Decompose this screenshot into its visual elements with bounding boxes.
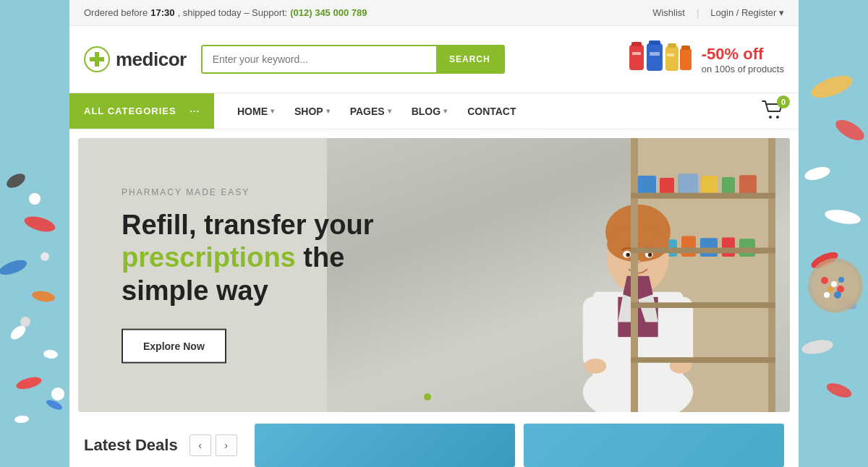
hero-banner: PHARMACY MADE EASY Refill, transfer your…	[78, 138, 790, 412]
svg-point-11	[20, 317, 30, 327]
latest-deals-section: Latest Deals ‹ ›	[69, 412, 799, 467]
svg-point-18	[835, 296, 859, 311]
top-bar-actions: Wishlist | Login / Register ▾	[652, 7, 784, 18]
shipped-text: , shipped today – Support:	[177, 7, 287, 18]
svg-point-20	[825, 380, 853, 400]
svg-point-7	[45, 398, 64, 411]
hero-title-line1: Refill, transfer your	[122, 209, 373, 239]
svg-rect-76	[631, 138, 638, 412]
wishlist-link[interactable]: Wishlist	[652, 7, 685, 18]
hero-dot-1[interactable]	[424, 393, 431, 400]
svg-rect-43	[681, 46, 690, 50]
svg-point-0	[4, 171, 27, 191]
search-bar: SEARCH	[201, 45, 505, 74]
svg-rect-32	[90, 57, 104, 61]
all-categories-label: ALL CATEGORIES	[84, 106, 176, 116]
svg-point-4	[8, 323, 27, 342]
deals-next-button[interactable]: ›	[216, 434, 237, 456]
svg-rect-79	[631, 248, 775, 254]
chevron-down-icon: ▾	[779, 7, 784, 18]
chevron-down-icon: ▾	[388, 107, 391, 115]
svg-point-13	[809, 71, 856, 102]
deals-navigation: ‹ ›	[190, 434, 237, 456]
site-header: medicor SEARCH	[69, 26, 799, 93]
svg-rect-40	[668, 43, 676, 48]
promo-bottles-icon	[628, 38, 693, 81]
svg-point-8	[14, 415, 30, 424]
order-notice-text: Ordered before	[84, 7, 148, 18]
svg-rect-41	[667, 53, 674, 56]
nav-item-home[interactable]: HOME ▾	[229, 93, 283, 129]
deals-prev-button[interactable]: ‹	[190, 434, 211, 456]
svg-point-10	[41, 252, 49, 261]
svg-point-23	[821, 277, 828, 284]
svg-rect-35	[632, 52, 641, 55]
hero-title-green: prescriptions	[122, 242, 296, 273]
cart-area[interactable]: 0	[761, 93, 799, 129]
svg-point-5	[43, 349, 59, 359]
svg-point-2	[0, 257, 29, 278]
logo[interactable]: medicor	[84, 46, 187, 72]
promo-text: -50% off on 100s of products	[702, 45, 784, 74]
svg-point-9	[29, 193, 41, 205]
svg-rect-61	[583, 297, 608, 367]
cutoff-time: 17:30	[150, 7, 174, 18]
top-bar: Ordered before 17:30 , shipped today – S…	[69, 0, 799, 26]
login-register-link[interactable]: Login / Register ▾	[710, 7, 784, 18]
svg-point-25	[838, 277, 844, 283]
svg-point-17	[809, 249, 840, 271]
svg-rect-38	[650, 52, 660, 56]
nav-item-contact[interactable]: CONTACT	[459, 93, 524, 129]
svg-point-24	[831, 281, 837, 287]
svg-point-29	[834, 291, 841, 299]
search-input[interactable]	[203, 46, 436, 72]
deals-cards	[255, 424, 784, 467]
nav-item-shop[interactable]: SHOP ▾	[286, 93, 339, 129]
svg-point-44	[769, 116, 772, 119]
top-bar-notice: Ordered before 17:30 , shipped today – S…	[84, 7, 367, 18]
logo-text: medicor	[116, 48, 187, 71]
svg-point-28	[824, 292, 830, 298]
explore-now-button[interactable]: Explore Now	[122, 329, 226, 364]
svg-point-12	[51, 387, 64, 400]
svg-rect-78	[631, 193, 775, 199]
cart-button[interactable]: 0	[761, 100, 784, 123]
svg-point-16	[824, 207, 861, 226]
chevron-down-icon: ▾	[271, 107, 274, 115]
svg-point-15	[804, 165, 832, 183]
svg-point-74	[584, 359, 606, 374]
svg-point-26	[827, 286, 833, 292]
promo-discount: -50% off	[702, 45, 784, 64]
svg-point-21	[808, 258, 863, 313]
cart-count: 0	[777, 95, 790, 108]
nav-item-blog[interactable]: BLOG ▾	[403, 93, 456, 129]
svg-point-6	[15, 375, 43, 392]
svg-point-14	[833, 116, 867, 144]
hero-image	[327, 138, 790, 412]
svg-rect-39	[665, 46, 678, 71]
chevron-down-icon: ▾	[443, 107, 447, 115]
svg-rect-34	[631, 42, 642, 46]
svg-point-3	[31, 289, 56, 303]
chevron-down-icon: ▾	[326, 107, 330, 115]
svg-rect-42	[680, 48, 692, 70]
deal-card-1[interactable]	[255, 424, 515, 467]
promo-image	[628, 38, 693, 81]
all-categories-button[interactable]: ALL CATEGORIES ···	[69, 93, 214, 129]
divider: |	[697, 7, 699, 18]
logo-icon	[84, 46, 110, 72]
svg-rect-36	[647, 43, 663, 71]
nav-item-pages[interactable]: PAGES ▾	[341, 93, 400, 129]
svg-rect-77	[768, 138, 775, 412]
deal-card-2[interactable]	[524, 424, 784, 467]
hero-dots	[424, 393, 444, 400]
svg-point-45	[776, 116, 779, 119]
latest-deals-title: Latest Deals	[84, 436, 178, 455]
search-button[interactable]: SEARCH	[436, 46, 503, 72]
svg-rect-33	[629, 45, 644, 70]
hero-subtitle: PHARMACY MADE EASY	[122, 187, 373, 197]
nav-links: HOME ▾ SHOP ▾ PAGES ▾ BLOG ▾ CONTACT	[214, 93, 761, 129]
hero-dot-2[interactable]	[437, 393, 444, 400]
hero-content: PHARMACY MADE EASY Refill, transfer your…	[122, 187, 373, 364]
svg-point-1	[22, 214, 56, 235]
